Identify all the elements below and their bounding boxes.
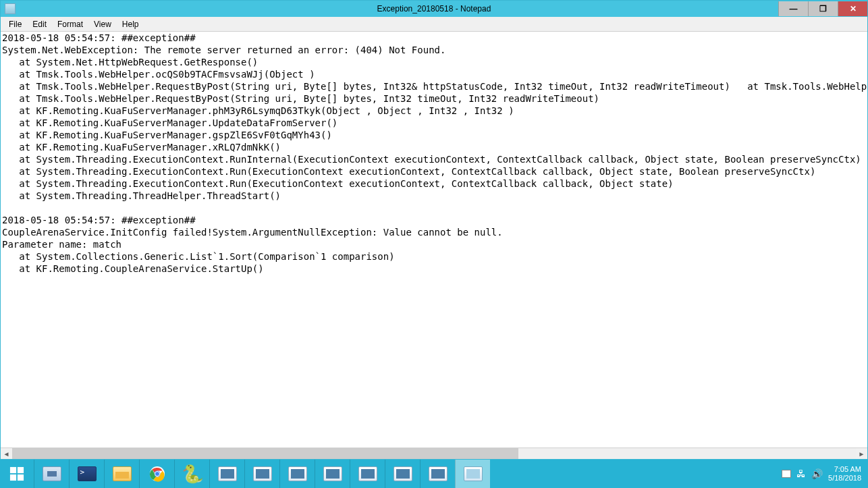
svg-rect-2 — [10, 475, 16, 481]
app-icon — [288, 466, 307, 481]
powershell-icon — [78, 466, 97, 481]
app-icon — [358, 466, 377, 481]
clock-time: 7:05 AM — [828, 465, 861, 474]
taskbar-item-chrome[interactable] — [139, 460, 174, 488]
scroll-right-arrow[interactable]: ► — [856, 448, 867, 459]
system-tray: 🖧 🔊 7:05 AM 5/18/2018 — [782, 460, 868, 488]
minimize-button[interactable]: — — [778, 1, 808, 16]
taskbar-item-app-3[interactable] — [279, 460, 315, 488]
window-controls: — ❐ ✕ — [778, 1, 867, 17]
notepad-window: Exception_20180518 - Notepad — ❐ ✕ File … — [0, 0, 868, 460]
titlebar[interactable]: Exception_20180518 - Notepad — ❐ ✕ — [1, 1, 867, 17]
taskbar-item-app-1[interactable] — [209, 460, 244, 488]
action-center-icon[interactable] — [782, 470, 791, 478]
taskbar-item-app-6[interactable] — [385, 460, 420, 488]
windows-logo-icon — [9, 466, 24, 481]
svg-rect-1 — [18, 467, 24, 473]
taskbar-item-app-2[interactable] — [244, 460, 279, 488]
taskbar-item-python[interactable]: 🐍 — [174, 460, 209, 488]
taskbar-item-server-manager[interactable] — [34, 460, 69, 488]
start-button[interactable] — [0, 460, 34, 488]
app-icon — [394, 466, 412, 481]
notepad-icon — [5, 3, 16, 14]
app-icon — [253, 466, 272, 481]
scroll-left-arrow[interactable]: ◄ — [1, 448, 12, 459]
svg-rect-3 — [18, 475, 24, 481]
taskbar-item-notepad[interactable] — [455, 460, 490, 488]
maximize-button[interactable]: ❐ — [808, 1, 838, 16]
clock[interactable]: 7:05 AM 5/18/2018 — [828, 465, 861, 483]
server-manager-icon — [43, 466, 61, 481]
menu-edit[interactable]: Edit — [27, 18, 52, 30]
close-button[interactable]: ✕ — [838, 1, 867, 16]
folder-icon — [113, 466, 132, 481]
scroll-thumb[interactable] — [12, 448, 518, 459]
taskbar-item-powershell[interactable] — [69, 460, 104, 488]
taskbar-item-app-4[interactable] — [315, 460, 350, 488]
volume-icon[interactable]: 🔊 — [811, 468, 823, 479]
app-icon — [218, 466, 237, 481]
taskbar-item-explorer[interactable] — [104, 460, 139, 488]
text-content[interactable]: 2018-05-18 05:54:57: ##exception## Syste… — [1, 32, 867, 448]
horizontal-scrollbar[interactable]: ◄ ► — [1, 448, 867, 459]
menu-format[interactable]: Format — [52, 18, 88, 30]
app-icon — [323, 466, 342, 481]
window-title: Exception_20180518 - Notepad — [1, 4, 867, 13]
chrome-icon — [149, 466, 165, 482]
taskbar-item-app-7[interactable] — [420, 460, 455, 488]
network-icon[interactable]: 🖧 — [796, 468, 806, 479]
menubar: File Edit Format View Help — [1, 17, 867, 32]
menu-file[interactable]: File — [3, 18, 27, 30]
svg-rect-0 — [10, 467, 16, 473]
notepad-taskbar-icon — [464, 466, 483, 481]
taskbar-item-app-5[interactable] — [350, 460, 385, 488]
menu-view[interactable]: View — [88, 18, 117, 30]
scroll-track[interactable] — [12, 448, 856, 459]
clock-date: 5/18/2018 — [828, 474, 861, 483]
editor-area: 2018-05-18 05:54:57: ##exception## Syste… — [1, 32, 867, 459]
python-icon: 🐍 — [182, 464, 203, 485]
taskbar: 🐍 🖧 🔊 7:05 AM 5/18/2018 — [0, 460, 868, 488]
app-icon — [429, 466, 447, 481]
menu-help[interactable]: Help — [117, 18, 144, 30]
